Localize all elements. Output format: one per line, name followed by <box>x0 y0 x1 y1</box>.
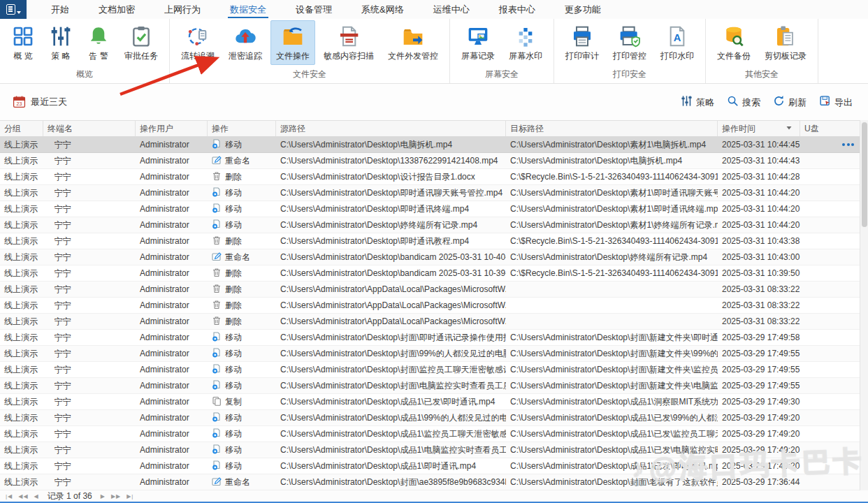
ribbon-button-概览[interactable]: 概 览 <box>6 20 41 65</box>
ribbon-button-告警[interactable]: 告 警 <box>81 20 116 65</box>
ribbon-button-审批任务[interactable]: 审批任务 <box>119 20 164 65</box>
toolbar-button-导出[interactable]: 导出 <box>819 95 853 110</box>
ribbon-button-打印管控[interactable]: 打印管控 <box>607 20 652 65</box>
menu-tab-设备管理[interactable]: 设备管理 <box>281 0 347 19</box>
cell-user: Administrator <box>136 282 208 297</box>
nav-first-button[interactable]: |◀ <box>6 493 13 500</box>
table-row[interactable]: 线上演示宁宁Administrator移动C:\Users\Administra… <box>0 137 868 153</box>
nav-fastback-button[interactable]: ◀◀ <box>18 493 28 500</box>
cell-source-path: C:\Users\Administrator\Desktop\即时通讯终端.mp… <box>276 201 506 217</box>
row-more-actions-icon[interactable] <box>842 143 855 146</box>
menu-tab-文档加密[interactable]: 文档加密 <box>84 0 150 19</box>
cell-target-path: C:\$Recycle.Bin\S-1-5-21-326340493-11140… <box>506 265 718 281</box>
cell-operation: 删除 <box>208 314 276 329</box>
table-row[interactable]: 线上演示宁宁Administrator删除C:\Users\Administra… <box>0 314 868 330</box>
menu-tab-更多功能[interactable]: 更多功能 <box>550 0 616 19</box>
toolbar-button-刷新[interactable]: 刷新 <box>773 95 806 110</box>
operation-label: 删除 <box>225 284 242 296</box>
ribbon-button-文件备份[interactable]: 文件备份 <box>711 20 756 65</box>
table-row[interactable]: 线上演示宁宁Administrator重命名C:\Users\Administr… <box>0 249 868 265</box>
table-row[interactable]: 线上演示宁宁Administrator移动C:\Users\Administra… <box>0 185 868 201</box>
cell-usb <box>800 201 860 217</box>
cell-group: 线上演示 <box>0 282 43 297</box>
table-body: 线上演示宁宁Administrator移动C:\Users\Administra… <box>0 137 868 490</box>
cell-time: 2025-03-29 17:49:58 <box>718 330 800 345</box>
cell-group: 线上演示 <box>0 426 43 442</box>
toolbar-button-策略[interactable]: 策略 <box>681 95 714 110</box>
table-row[interactable]: 线上演示宁宁Administrator移动C:\Users\Administra… <box>0 362 868 378</box>
cell-group: 线上演示 <box>0 442 43 458</box>
table-row[interactable]: 线上演示宁宁Administrator移动C:\Users\Administra… <box>0 426 868 442</box>
cell-time: 2025-03-29 17:49:55 <box>718 362 800 377</box>
table-row[interactable]: 线上演示宁宁Administrator复制C:\Users\Administra… <box>0 394 868 410</box>
column-header-源路径[interactable]: 源路径 <box>276 121 506 136</box>
cell-usb <box>800 330 860 345</box>
column-header-操作[interactable]: 操作 <box>208 121 276 136</box>
ribbon-button-屏幕水印[interactable]: 屏幕水印 <box>503 20 548 65</box>
toolbar-button-搜索[interactable]: 搜索 <box>727 95 760 110</box>
nav-prev-button[interactable]: ◀ <box>34 493 39 500</box>
column-header-分组[interactable]: 分组 <box>0 121 43 136</box>
menu-tab-上网行为[interactable]: 上网行为 <box>150 0 215 19</box>
vertical-scrollbar[interactable] <box>860 120 868 490</box>
column-header-终端名[interactable]: 终端名 <box>43 121 136 136</box>
op-move-icon <box>212 348 222 360</box>
table-row[interactable]: 线上演示宁宁Administrator重命名C:\Users\Administr… <box>0 153 868 169</box>
cell-source-path: C:\Users\Administrator\Desktop\设计报告目录1.d… <box>276 169 506 184</box>
ribbon-button-打印水印[interactable]: A打印水印 <box>655 20 700 65</box>
cell-time: 2025-03-29 17:36:44 <box>718 474 800 490</box>
cell-group: 线上演示 <box>0 169 43 184</box>
ribbon-button-label: 策 略 <box>51 50 70 62</box>
ribbon-group-打印安全: 打印审计打印管控A打印水印打印安全 <box>554 19 706 83</box>
table-row[interactable]: 线上演示宁宁Administrator移动C:\Users\Administra… <box>0 330 868 346</box>
column-header-操作时间[interactable]: 操作时间 <box>718 121 800 136</box>
nav-fastforward-button[interactable]: ▶▶ <box>111 493 121 500</box>
export-icon <box>819 95 831 110</box>
table-row[interactable]: 线上演示宁宁Administrator移动C:\Users\Administra… <box>0 201 868 217</box>
table-row[interactable]: 线上演示宁宁Administrator删除C:\Users\Administra… <box>0 265 868 282</box>
cell-operation: 删除 <box>208 233 276 249</box>
ribbon-button-文件外发管控[interactable]: 文件外发管控 <box>382 20 444 65</box>
nav-next-button[interactable]: ▶ <box>101 493 106 500</box>
cell-terminal: 宁宁 <box>43 169 136 184</box>
menu-tab-开始[interactable]: 开始 <box>36 0 84 19</box>
ribbon-button-打印审计[interactable]: 打印审计 <box>560 20 605 65</box>
menu-tab-系统&网络[interactable]: 系统&网络 <box>347 0 419 19</box>
table-row[interactable]: 线上演示宁宁Administrator移动C:\Users\Administra… <box>0 458 868 474</box>
column-header-U盘[interactable]: U盘 <box>800 121 860 136</box>
cell-terminal: 宁宁 <box>43 410 136 425</box>
table-row[interactable]: 线上演示宁宁Administrator移动C:\Users\Administra… <box>0 410 868 426</box>
ribbon-button-label: 流转追溯 <box>181 50 215 62</box>
ribbon-button-敏感内容扫描[interactable]: 敏感内容扫描 <box>318 20 379 65</box>
ribbon-button-文件操作[interactable]: 文件操作 <box>270 20 315 65</box>
ribbon-button-剪切板记录[interactable]: 剪切板记录 <box>759 20 812 65</box>
table-row[interactable]: 线上演示宁宁Administrator删除C:\Users\Administra… <box>0 169 868 185</box>
table-row[interactable]: 线上演示宁宁Administrator删除C:\Users\Administra… <box>0 233 868 249</box>
menu-tab-运维中心[interactable]: 运维中心 <box>419 0 484 19</box>
table-row[interactable]: 线上演示宁宁Administrator移动C:\Users\Administra… <box>0 442 868 458</box>
cell-user: Administrator <box>136 410 208 425</box>
scrollbar-thumb[interactable] <box>862 122 867 227</box>
ribbon-button-策略[interactable]: 策 略 <box>43 20 78 65</box>
app-menu-button[interactable] <box>0 0 27 19</box>
ribbon-group-label: 打印安全 <box>558 66 701 83</box>
table-row[interactable]: 线上演示宁宁Administrator删除C:\Users\Administra… <box>0 298 868 314</box>
table-row[interactable]: 线上演示宁宁Administrator重命名C:\Users\Administr… <box>0 474 868 490</box>
ribbon-button-屏幕记录[interactable]: 屏幕记录 <box>456 20 500 65</box>
cell-group: 线上演示 <box>0 137 43 152</box>
table-row[interactable]: 线上演示宁宁Administrator移动C:\Users\Administra… <box>0 217 868 233</box>
ribbon-button-流转追溯[interactable]: 流转追溯 <box>175 20 220 65</box>
menu-tab-数据安全[interactable]: 数据安全 <box>215 0 281 19</box>
ribbon-button-泄密追踪[interactable]: 泄密追踪 <box>223 20 268 65</box>
cell-terminal: 宁宁 <box>43 346 136 361</box>
table-row[interactable]: 线上演示宁宁Administrator移动C:\Users\Administra… <box>0 346 868 362</box>
column-header-操作用户[interactable]: 操作用户 <box>136 121 208 136</box>
nav-last-button[interactable]: ▶| <box>126 493 133 500</box>
cell-user: Administrator <box>136 474 208 490</box>
menu-tab-报表中心[interactable]: 报表中心 <box>484 0 550 19</box>
overview-grid-icon <box>11 24 35 48</box>
date-filter-button[interactable]: 23 最近三天 <box>13 95 67 108</box>
table-row[interactable]: 线上演示宁宁Administrator移动C:\Users\Administra… <box>0 378 868 394</box>
table-row[interactable]: 线上演示宁宁Administrator删除C:\Users\Administra… <box>0 282 868 298</box>
column-header-目标路径[interactable]: 目标路径 <box>506 121 718 136</box>
